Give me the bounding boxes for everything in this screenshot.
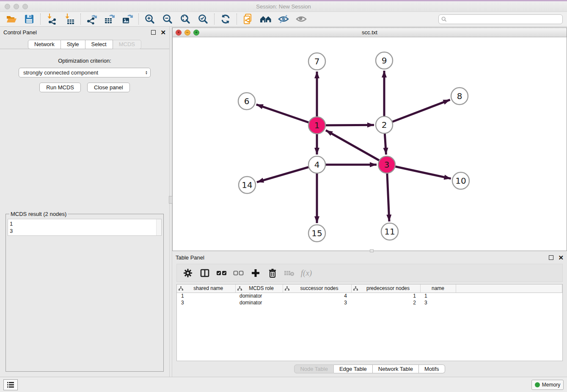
tab-style[interactable]: Style (61, 40, 85, 49)
tab-network-table[interactable]: Network Table (373, 364, 419, 373)
add-column-button[interactable] (248, 266, 263, 280)
column-header[interactable]: shared name (177, 284, 235, 293)
graph-node-14[interactable]: 14 (239, 177, 256, 193)
hide-selected-button[interactable] (275, 13, 292, 25)
split-view-button[interactable] (197, 266, 212, 280)
table-cell[interactable]: 3 (420, 299, 456, 306)
memory-button[interactable]: Memory (531, 380, 564, 390)
import-table-button[interactable] (61, 13, 78, 25)
table-cell[interactable]: 2 (351, 299, 420, 306)
copy-network-icon (242, 14, 253, 25)
table-cell[interactable]: 4 (283, 293, 351, 299)
tab-select[interactable]: Select (85, 40, 113, 49)
node-label: 7 (314, 56, 320, 66)
select-all-columns-button[interactable] (214, 266, 229, 280)
tab-node-table[interactable]: Node Table (294, 364, 334, 373)
mcds-result-title: MCDS result (2 nodes) (9, 211, 68, 217)
panel-splitter[interactable] (169, 27, 172, 377)
graph-node-9[interactable]: 9 (376, 52, 393, 69)
task-history-button[interactable] (3, 379, 18, 390)
network-window-titlebar[interactable]: × − + scc.txt (173, 28, 567, 37)
search-field[interactable] (438, 14, 563, 24)
graph-edge-3-1[interactable] (326, 130, 387, 165)
window-resize-handle[interactable] (370, 249, 374, 252)
zoom-fit-button[interactable] (176, 13, 194, 25)
export-table-button[interactable] (101, 13, 118, 25)
table-cell[interactable]: 1 (351, 293, 420, 299)
control-panel-header: Control Panel ✕ (0, 27, 169, 38)
tab-edge-table[interactable]: Edge Table (334, 364, 373, 373)
graph-node-6[interactable]: 6 (238, 93, 255, 110)
column-header[interactable]: MCDS role (235, 284, 283, 293)
control-panel-title: Control Panel (3, 29, 151, 36)
node-table: shared nameMCDS rolesuccessor nodesprede… (177, 284, 562, 306)
graph-node-7[interactable]: 7 (308, 53, 325, 70)
close-panel-button[interactable]: Close panel (87, 83, 130, 92)
graph-edge-3-10[interactable] (387, 165, 451, 179)
network-file-title: scc.txt (173, 29, 567, 36)
search-icon (441, 17, 447, 22)
network-view-window: × − + scc.txt 7968124314101511 (172, 28, 567, 251)
table-cell[interactable]: 1 (420, 293, 456, 299)
node-label: 14 (242, 180, 252, 190)
node-table-container: shared nameMCDS rolesuccessor nodesprede… (176, 284, 563, 361)
zoom-in-button[interactable] (141, 13, 159, 25)
tab-mcds[interactable]: MCDS (113, 40, 141, 49)
table-cell[interactable]: 3 (177, 299, 235, 306)
graph-node-3[interactable]: 3 (378, 156, 395, 173)
export-image-button[interactable] (118, 13, 136, 25)
graph-node-4[interactable]: 4 (308, 156, 325, 173)
graph-node-11[interactable]: 11 (381, 223, 398, 240)
graph-edge-4-14[interactable] (257, 165, 317, 182)
graph-edge-1-6[interactable] (256, 105, 317, 125)
plus-icon (251, 269, 260, 277)
import-table-icon (64, 14, 75, 25)
tab-motifs[interactable]: Motifs (419, 364, 445, 373)
graph-node-10[interactable]: 10 (452, 172, 469, 189)
export-network-button[interactable] (83, 13, 101, 25)
network-canvas[interactable]: 7968124314101511 (173, 37, 567, 251)
first-neighbors-button[interactable] (257, 13, 275, 25)
mcds-result-text[interactable]: 1 3 (8, 219, 156, 235)
graph-node-1[interactable]: 1 (308, 117, 325, 134)
deselect-all-columns-button[interactable] (231, 266, 246, 280)
graph-node-8[interactable]: 8 (451, 88, 468, 105)
zoom-out-button[interactable] (159, 13, 176, 25)
copy-network-button[interactable] (239, 13, 257, 25)
column-header[interactable]: predecessor nodes (351, 284, 420, 293)
graph-edge-2-8[interactable] (384, 100, 450, 125)
graph-node-2[interactable]: 2 (376, 116, 393, 133)
run-mcds-button[interactable]: Run MCDS (39, 83, 81, 92)
table-row[interactable]: 1dominator411 (177, 293, 562, 299)
table-cell[interactable]: 1 (177, 293, 235, 299)
open-session-button[interactable] (3, 13, 20, 25)
tab-network[interactable]: Network (28, 40, 61, 49)
column-header[interactable]: successor nodes (283, 284, 351, 293)
result-scrollbar[interactable] (156, 219, 161, 235)
float-panel-icon[interactable] (151, 30, 156, 35)
delete-columns-button[interactable] (265, 266, 280, 280)
close-table-panel-icon[interactable]: ✕ (558, 255, 564, 260)
import-network-button[interactable] (43, 13, 61, 25)
show-all-button[interactable] (292, 13, 310, 25)
table-cell[interactable]: dominator (235, 293, 283, 299)
list-icon (7, 381, 14, 388)
toolbar-separator (138, 14, 139, 25)
checked-boxes-icon (216, 270, 227, 276)
apply-layout-button[interactable] (217, 13, 234, 25)
table-cell[interactable]: dominator (235, 299, 283, 306)
search-input[interactable] (449, 17, 560, 22)
table-cell[interactable]: 3 (283, 299, 351, 306)
zoom-selected-button[interactable] (194, 13, 212, 25)
table-toolbar: f(x) (176, 264, 563, 282)
graph-node-15[interactable]: 15 (308, 225, 325, 242)
table-settings-button[interactable] (180, 266, 195, 280)
control-panel-tabs: Network Style Select MCDS (0, 40, 169, 49)
table-row[interactable]: 3dominator323 (177, 299, 562, 306)
close-panel-icon[interactable]: ✕ (160, 30, 166, 35)
float-table-panel-icon[interactable] (549, 255, 553, 260)
criterion-dropdown[interactable]: strongly connected component ▲▼ (19, 68, 151, 77)
column-header-label: MCDS role (242, 285, 281, 291)
column-header[interactable]: name (420, 284, 456, 293)
save-session-button[interactable] (20, 13, 38, 25)
